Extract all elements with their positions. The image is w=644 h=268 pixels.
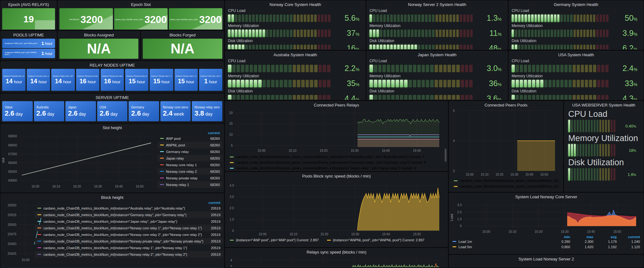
panel-title-epoch-slot[interactable]: Epoch Slot: [58, 1, 224, 8]
gauge-cell: [401, 14, 403, 22]
legend-row[interactable]: Norway relay 168260: [158, 181, 222, 188]
panel-title-sysload-2[interactable]: System Load Norway Server 2: [449, 255, 643, 262]
legend-row[interactable]: Load 5m0.8501.6201.1921.120: [452, 244, 640, 249]
gauge-cell: [310, 95, 313, 100]
gauge-cell: [452, 80, 455, 87]
legend-row[interactable]: cardano_node_ChainDB_metrics_blockNum_in…: [35, 244, 223, 251]
panel-title-health-usa[interactable]: USA System Health: [509, 51, 643, 58]
legend-row[interactable]: Norway private relay68260: [158, 175, 222, 181]
legend-row[interactable]: {instance="ANP pool", job="ANP pool"} Cu…: [230, 238, 319, 242]
gauge-cell: [465, 65, 469, 72]
gauge-cell: [387, 95, 390, 100]
gauge-cell: [404, 65, 408, 72]
legend-row[interactable]: cardano_node_ChainDB_metrics_blockNum_in…: [35, 218, 223, 225]
panel-title-epoch[interactable]: Epoch (AVG RELAYS): [1, 1, 56, 8]
gauge-cell: [601, 80, 604, 87]
panel-title-usa-webserver[interactable]: USA WEBSERVER System Health: [564, 101, 643, 108]
legend-row[interactable]: cardano_node_ChainDB_metrics_blockNum_in…: [35, 205, 223, 211]
legend-row[interactable]: cardano_node_BlockFetchDecision_peers_co…: [225, 165, 447, 171]
panel-title-pools-sync[interactable]: Pools Block sync speed (blocks / min): [225, 172, 447, 179]
gauge-cell: [390, 14, 393, 22]
gauge-cell: [314, 14, 317, 22]
gauge-cell: [311, 14, 313, 22]
series-swatch: [454, 180, 458, 181]
gauge-cell: [369, 95, 373, 100]
series-name: Norway relay 1: [166, 183, 207, 187]
gauge-cell: [512, 30, 514, 37]
panel-title-health-norway-2[interactable]: Norway Server 2 System Health: [367, 1, 507, 8]
legend-row[interactable]: cardano_node_ChainDB_metrics_blockNum_in…: [35, 211, 223, 218]
gauge-cell: [304, 14, 306, 22]
legend-row[interactable]: cardano_node_ChainDB_metrics_blockNum_in…: [35, 231, 223, 238]
panel-sysload-core: System Load Norway Core Server 01.02.03.…: [449, 193, 643, 254]
gauge-cell: [235, 14, 237, 22]
gauge-cell: [597, 65, 600, 72]
gauge-cell: [280, 95, 283, 100]
legend-row[interactable]: ANP pool68260: [158, 135, 222, 142]
panel-title-pools-uptime[interactable]: POOLS UPTIME: [1, 31, 56, 38]
gauge-cell: [463, 14, 466, 22]
relay-uptime-tile: (instance="Germany relay", job="Germany …: [27, 69, 50, 91]
legend-row[interactable]: Germany relay68260: [158, 148, 222, 155]
panel-title-blocks-forged[interactable]: Blocks Forged: [142, 31, 224, 38]
series-current-value: 68260: [210, 156, 220, 160]
gauge-cell: [540, 95, 543, 100]
panel-title-relay-uptime[interactable]: RELAY NODES UPTIME: [1, 62, 224, 68]
gauge-cell: [413, 65, 416, 72]
legend-row[interactable]: cardano_node_ChainDB_metrics_blockNum_in…: [35, 225, 223, 231]
panel-title-health-norway-core[interactable]: Norway Core System Health: [225, 1, 365, 8]
gauge-cell: [394, 14, 396, 22]
legend-row[interactable]: Load 1m0.2902.3001.1791.240: [452, 239, 640, 244]
gauge-cell: [591, 168, 593, 181]
gauge-cell: [397, 14, 400, 22]
panel-title-relays-sync[interactable]: Relays sync speed (blocks / min): [225, 249, 447, 255]
panel-title-health-germany[interactable]: Germany System Health: [509, 1, 643, 8]
panel-title-block-height[interactable]: Block height: [1, 194, 224, 200]
panel-title-slot-height[interactable]: Slot height: [1, 124, 224, 131]
panel-title-server-uptime[interactable]: SERVER UPTIME: [1, 94, 224, 101]
gauge-cell: [541, 45, 543, 50]
panel-title-peers-pools[interactable]: Connected Peers Pools: [449, 101, 563, 108]
legend-row[interactable]: ANPNL pool68260: [158, 142, 222, 148]
gauge-cell: [293, 80, 296, 87]
gauge-cell: [376, 45, 379, 50]
legend-row[interactable]: cardano_node_BlockFetchDecision_peers_co…: [225, 160, 447, 165]
gauge-cell: [252, 45, 255, 50]
legend-row[interactable]: cardano_node_BlockFetchDecision_peers_co…: [225, 154, 447, 160]
gauge-cell: [327, 80, 330, 87]
legend-row[interactable]: Norway core relay 268260: [158, 168, 222, 175]
gauge-cell: [465, 80, 469, 87]
gauge-cell: [418, 30, 420, 37]
legend-scrollbar[interactable]: [445, 149, 447, 162]
grafana-dashboard: Epoch (AVG RELAYS) 19 Epoch Slot AVG REL…: [0, 0, 644, 268]
gauge-cell: [413, 80, 416, 87]
gauge-cell: [608, 144, 610, 156]
legend-row[interactable]: cardano_node_ChainDB_metrics_blockNum_in…: [35, 251, 223, 258]
gauge-cell: [271, 80, 275, 87]
gauge-cell: [567, 45, 569, 50]
legend-row[interactable]: cardano_node_BlockFetchDecision_peers_co…: [449, 178, 563, 183]
gauge-cell: [297, 30, 299, 37]
legend-row[interactable]: {instance="ANPNL pool", job="ANPNL pool"…: [327, 238, 425, 242]
gauge-cell: [467, 45, 469, 50]
gauge-section: Disk Utilization4.3%: [509, 89, 643, 100]
gauge-cell: [288, 80, 292, 87]
legend-row[interactable]: Norway core relay 168260: [158, 161, 222, 168]
legend-stats-header: minmaxavgcurrent: [452, 235, 640, 239]
bar-gauge: [512, 14, 608, 22]
panel-health-norway-2: Norway Server 2 System HealthCPU Load1.3…: [367, 1, 508, 50]
panel-title-health-australia[interactable]: Australia System Health: [225, 51, 365, 58]
panel-title-peers-relays[interactable]: Connected Peers Relays: [225, 101, 447, 108]
gauge-value: 6.2%: [608, 44, 641, 50]
panel-title-health-japan[interactable]: Japan System Health: [367, 51, 507, 58]
panel-title-sysload-core[interactable]: System Load Norway Core Server: [449, 193, 643, 200]
legend-row[interactable]: Japan relay68260: [158, 155, 222, 161]
panel-title-blocks-assigned[interactable]: Blocks Assigned: [58, 31, 140, 38]
gauge-value: 1.6%: [615, 172, 639, 177]
bar-gauge: [512, 65, 608, 72]
gauge-section: Memory Utilization36%: [367, 74, 507, 88]
gauge-cell: [596, 14, 598, 22]
legend-row[interactable]: cardano_node_BlockFetchDecision_peers_co…: [449, 183, 563, 189]
legend-row[interactable]: cardano_node_ChainDB_metrics_blockNum_in…: [35, 238, 223, 244]
gauge-cell: [432, 14, 435, 22]
